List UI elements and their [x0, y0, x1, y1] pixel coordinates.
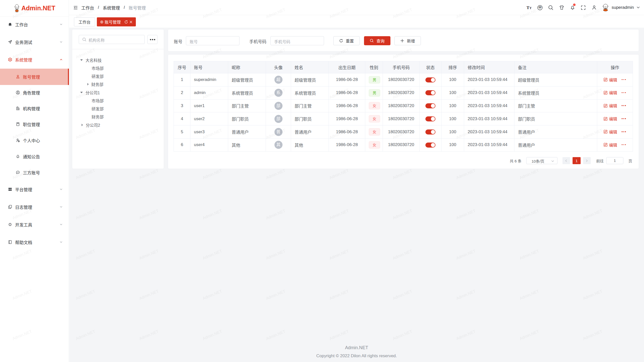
svg-text:T: T [530, 6, 532, 10]
svg-text:中: 中 [539, 6, 541, 9]
svg-text:T: T [527, 5, 530, 10]
